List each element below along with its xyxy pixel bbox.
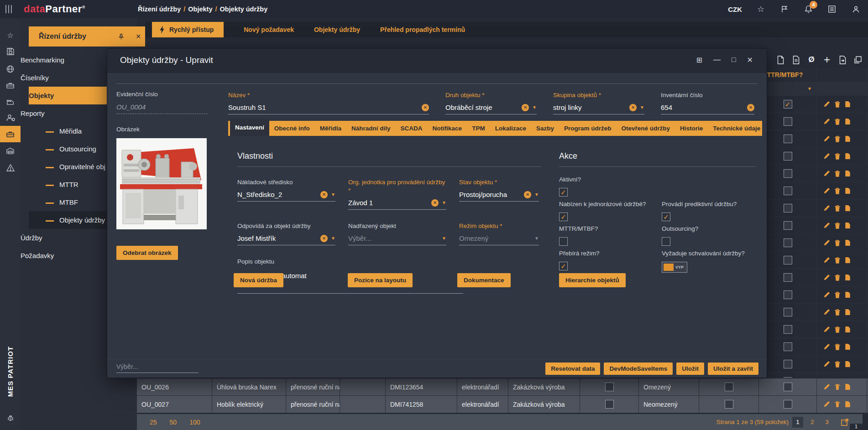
refresh-icon[interactable]: Ø [807, 55, 816, 65]
delete-trash-icon[interactable] [834, 291, 841, 298]
footer-button[interactable]: Uložit [676, 363, 704, 375]
edit-pencil-icon[interactable] [823, 135, 830, 142]
row-checkbox[interactable] [784, 308, 792, 316]
modal-tab[interactable]: . . . [765, 121, 784, 136]
currency-selector[interactable]: CZK [728, 5, 742, 13]
page-size-option[interactable]: 50 [170, 419, 177, 426]
clear-icon[interactable]: ✕ [747, 104, 754, 111]
column-header-mttr[interactable]: MTTR/MTBF? [759, 67, 817, 82]
org-unit-select[interactable]: Závod 1 ✕ ▼ [348, 199, 446, 210]
copy-document-icon[interactable] [845, 135, 851, 142]
warehouse-icon[interactable] [0, 143, 21, 159]
parent-object-select[interactable]: Výběr... ▼ [348, 234, 446, 245]
edit-pencil-icon[interactable] [823, 309, 830, 316]
footer-button[interactable]: Resetovat data [545, 363, 600, 375]
edit-pencil-icon[interactable] [823, 401, 830, 408]
duplicate-icon[interactable] [853, 55, 863, 65]
object-hierarchy-button[interactable]: Hierarchie objektů [559, 273, 626, 287]
edit-pencil-icon[interactable] [823, 239, 830, 246]
grid-menu-icon[interactable] [827, 4, 837, 14]
row-checkbox[interactable] [784, 117, 792, 126]
breadcrumb[interactable]: Řízení údržby/Objekty/Objekty údržby [138, 0, 267, 18]
predictive-maintenance-checkbox[interactable]: ✓ [662, 212, 670, 221]
delete-trash-icon[interactable] [834, 135, 841, 142]
delete-trash-icon[interactable] [834, 343, 841, 350]
row-checkbox[interactable] [784, 342, 792, 351]
row-checkbox[interactable] [784, 135, 792, 143]
footer-button[interactable]: DevModeSaveItems [604, 363, 673, 375]
row-checkbox[interactable] [784, 169, 792, 178]
object-state-select[interactable]: Prostoj/porucha ✕ ▼ [459, 191, 539, 202]
row-checkbox[interactable] [784, 377, 792, 378]
page-number[interactable]: 2 [807, 417, 818, 428]
row-checkbox[interactable] [784, 273, 792, 282]
cost-center-select[interactable]: N_Středisko_2 ✕ ▼ [237, 191, 335, 202]
row-checkbox[interactable] [784, 256, 792, 264]
new-maintenance-button[interactable]: Nová údržba [234, 273, 283, 287]
clear-icon[interactable]: ✕ [422, 104, 429, 111]
clear-icon[interactable]: ✕ [320, 235, 328, 242]
one-time-maintenance-checkbox[interactable]: ✓ [559, 212, 568, 221]
copy-document-icon[interactable] [845, 205, 851, 212]
edit-pencil-icon[interactable] [823, 291, 830, 298]
row-checkbox[interactable] [784, 290, 792, 299]
copy-document-icon[interactable] [845, 239, 851, 246]
modal-tab[interactable]: Notifikace [428, 121, 467, 136]
modal-tab[interactable]: Náhradní díly [346, 121, 396, 136]
modal-tab[interactable]: Technické údaje [708, 121, 765, 136]
favorites-star-icon[interactable]: ☆ [756, 4, 766, 14]
edit-pencil-icon[interactable] [823, 187, 830, 194]
row-checkbox[interactable] [725, 383, 733, 391]
edit-pencil-icon[interactable] [823, 222, 830, 229]
modal-tab[interactable]: SCADA [396, 121, 428, 136]
copy-document-icon[interactable] [845, 187, 851, 194]
copy-document-icon[interactable] [845, 401, 851, 408]
page-size-option[interactable]: 100 [189, 419, 200, 426]
quick-tab[interactable]: Nový požadavek [244, 26, 294, 33]
row-checkbox[interactable] [605, 383, 614, 391]
delete-trash-icon[interactable] [834, 222, 841, 229]
delete-trash-icon[interactable] [834, 239, 841, 246]
row-checkbox[interactable] [605, 400, 614, 409]
copy-document-icon[interactable] [845, 291, 851, 298]
edit-pencil-icon[interactable] [823, 118, 830, 125]
remove-image-button[interactable]: Odebrat obrázek [116, 246, 178, 260]
export-document-icon[interactable] [791, 55, 800, 65]
row-checkbox[interactable] [784, 400, 792, 409]
edit-pencil-icon[interactable] [823, 343, 830, 350]
row-checkbox[interactable] [784, 204, 792, 212]
copy-document-icon[interactable] [845, 383, 851, 390]
delete-trash-icon[interactable] [834, 187, 841, 194]
clear-icon[interactable]: ✕ [431, 199, 439, 207]
modal-tab[interactable]: Sazby [531, 121, 559, 136]
modal-tab[interactable]: Měřidla [315, 121, 346, 136]
maintenance-module-icon[interactable] [0, 126, 21, 142]
delete-trash-icon[interactable] [834, 257, 841, 264]
pin-icon[interactable] [118, 33, 131, 40]
copy-document-icon[interactable] [845, 361, 851, 368]
maximize-icon[interactable]: □ [732, 56, 736, 64]
debug-bug-icon[interactable] [0, 410, 21, 426]
sidebar-close-icon[interactable]: ✕ [131, 33, 145, 40]
footer-button[interactable]: Uložit a zavřít [708, 363, 758, 375]
modal-tab[interactable]: TPM [467, 121, 490, 136]
delete-trash-icon[interactable] [834, 118, 841, 125]
copy-document-icon[interactable] [845, 153, 851, 160]
edit-pencil-icon[interactable] [823, 153, 830, 160]
close-icon[interactable]: ✕ [747, 56, 753, 64]
delete-trash-icon[interactable] [834, 401, 841, 408]
import-icon[interactable] [838, 55, 847, 65]
inventory-number-input[interactable]: 654 ✕ [661, 104, 754, 114]
delete-trash-icon[interactable] [834, 326, 841, 333]
quick-tab[interactable]: Přehled propadlých termínů [380, 26, 465, 33]
page-number[interactable]: 1 [792, 417, 803, 428]
name-input[interactable]: Soustruh S1 ✕ [228, 104, 429, 114]
object-kind-select[interactable]: Obráběcí stroje ✕ ▼ [445, 104, 537, 114]
row-checkbox[interactable] [784, 360, 792, 368]
copy-document-icon[interactable] [845, 170, 851, 177]
copy-document-icon[interactable] [845, 101, 851, 108]
modal-tab[interactable]: Lokalizace [490, 121, 531, 136]
globe-icon[interactable] [0, 61, 21, 77]
open-in-new-icon[interactable] [839, 416, 851, 428]
delete-trash-icon[interactable] [834, 274, 841, 281]
